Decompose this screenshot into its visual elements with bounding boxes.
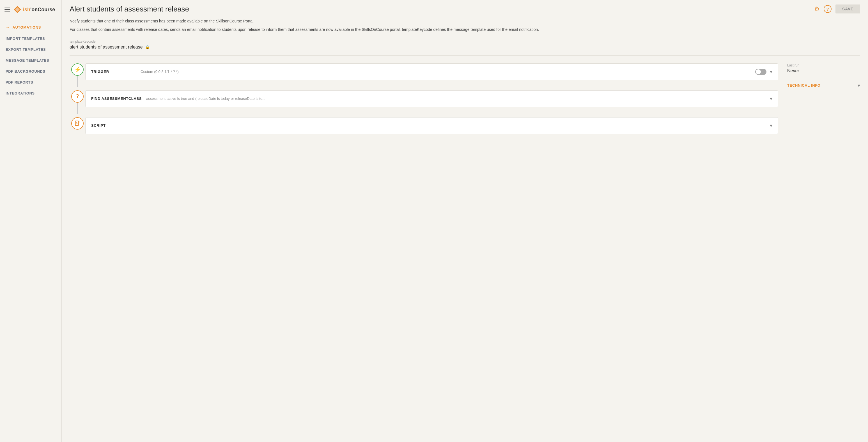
last-run-block: Last run Never (787, 63, 860, 73)
find-chevron[interactable]: ▾ (770, 96, 772, 102)
help-button[interactable]: ? (824, 5, 832, 13)
description-1: Notify students that one of their class … (69, 18, 860, 24)
content-area: Notify students that one of their class … (62, 18, 868, 442)
flow-container: ⚡ TRIGGER Custom (0 0 8 1/1 * ? *) ▾ (69, 63, 860, 134)
step-connector-trigger: ⚡ (69, 63, 85, 87)
sidebar-item-automations[interactable]: → AUTOMATIONS (0, 21, 61, 33)
step-row-script: SCRIPT ▾ (69, 117, 778, 134)
script-icon (71, 117, 84, 130)
main-content: Alert students of assessment release ⚙ ?… (62, 0, 868, 442)
step-connector-find: ? (69, 90, 85, 114)
logo-icon (13, 5, 22, 14)
sidebar-item-export-templates[interactable]: EXPORT TEMPLATES (0, 44, 61, 55)
sidebar-nav: → AUTOMATIONS IMPORT TEMPLATES EXPORT TE… (0, 19, 61, 101)
sidebar-item-label: IMPORT TEMPLATES (6, 36, 45, 41)
template-key-value: alert students of assessment release 🔒 (69, 44, 860, 50)
sidebar-item-pdf-reports[interactable]: PDF REPORTS (0, 77, 61, 88)
connector-line-1 (77, 76, 78, 87)
sidebar: ish'onCourse → AUTOMATIONS IMPORT TEMPLA… (0, 0, 62, 442)
sidebar-item-import-templates[interactable]: IMPORT TEMPLATES (0, 33, 61, 44)
last-run-value: Never (787, 68, 860, 73)
logo-text: ish'onCourse (23, 7, 55, 12)
arrow-icon: → (6, 25, 10, 30)
script-card: SCRIPT ▾ (85, 117, 778, 134)
flow-steps: ⚡ TRIGGER Custom (0 0 8 1/1 * ? *) ▾ (69, 63, 778, 134)
tech-info-label: TECHNICAL INFO (787, 83, 820, 88)
description-block: Notify students that one of their class … (69, 18, 860, 33)
tech-info-chevron: ▾ (858, 83, 860, 89)
find-detail: assessment.active is true and (releaseDa… (146, 96, 765, 101)
trigger-detail: Custom (0 0 8 1/1 * ? *) (141, 69, 751, 74)
trigger-label: TRIGGER (91, 69, 136, 74)
sidebar-item-message-templates[interactable]: MESSAGE TEMPLATES (0, 55, 61, 66)
save-button[interactable]: SAVE (835, 4, 860, 13)
trigger-toggle[interactable] (755, 69, 767, 75)
trigger-actions: ▾ (755, 69, 772, 75)
lightning-icon: ⚡ (74, 66, 81, 73)
page-title: Alert students of assessment release (69, 5, 189, 13)
settings-button[interactable]: ⚙ (814, 5, 820, 12)
trigger-chevron[interactable]: ▾ (770, 69, 772, 75)
lock-icon: 🔒 (145, 45, 150, 50)
script-chevron[interactable]: ▾ (770, 123, 772, 129)
last-run-label: Last run (787, 63, 860, 67)
question-icon: ? (827, 7, 829, 11)
sidebar-item-label: PDF REPORTS (6, 80, 33, 85)
trigger-card-inner: TRIGGER Custom (0 0 8 1/1 * ? *) ▾ (86, 64, 778, 80)
step-row-find: ? FIND ASSESSMENTCLASS assessment.active… (69, 90, 778, 114)
sidebar-item-label: MESSAGE TEMPLATES (6, 58, 49, 63)
gear-icon: ⚙ (814, 5, 820, 12)
topbar-actions: ⚙ ? SAVE (814, 4, 860, 13)
trigger-icon: ⚡ (71, 63, 84, 76)
sidebar-item-label: AUTOMATIONS (12, 25, 41, 29)
script-actions: ▾ (770, 123, 772, 129)
sidebar-item-label: INTEGRATIONS (6, 91, 35, 95)
section-divider (69, 55, 860, 56)
script-label: SCRIPT (91, 123, 136, 128)
trigger-card: TRIGGER Custom (0 0 8 1/1 * ? *) ▾ (85, 63, 778, 80)
question-circle-icon: ? (76, 93, 79, 99)
right-panel: Last run Never TECHNICAL INFO ▾ (787, 63, 860, 134)
script-svg-icon (74, 120, 81, 126)
step-connector-script (69, 117, 85, 130)
logo: ish'onCourse (13, 5, 55, 14)
description-2: For classes that contain assessments wit… (69, 26, 860, 33)
find-card: FIND ASSESSMENTCLASS assessment.active i… (85, 90, 778, 107)
sidebar-item-label: PDF BACKGROUNDS (6, 69, 45, 73)
sidebar-header: ish'onCourse (0, 0, 61, 19)
script-card-inner: SCRIPT ▾ (86, 118, 778, 134)
sidebar-item-pdf-backgrounds[interactable]: PDF BACKGROUNDS (0, 66, 61, 77)
sidebar-item-label: EXPORT TEMPLATES (6, 48, 46, 52)
sidebar-item-integrations[interactable]: INTEGRATIONS (0, 88, 61, 99)
topbar: Alert students of assessment release ⚙ ?… (62, 0, 868, 18)
find-icon: ? (71, 90, 84, 103)
svg-rect-2 (75, 121, 79, 126)
hamburger-menu[interactable] (4, 7, 10, 11)
find-actions: ▾ (770, 96, 772, 102)
connector-line-2 (77, 103, 78, 114)
template-key-text: alert students of assessment release (69, 44, 143, 50)
tech-info-header[interactable]: TECHNICAL INFO ▾ (787, 80, 860, 91)
step-row-trigger: ⚡ TRIGGER Custom (0 0 8 1/1 * ? *) ▾ (69, 63, 778, 87)
template-key-label: templateKeycode (69, 39, 860, 43)
find-label: FIND ASSESSMENTCLASS (91, 96, 142, 101)
find-card-inner: FIND ASSESSMENTCLASS assessment.active i… (86, 91, 778, 107)
